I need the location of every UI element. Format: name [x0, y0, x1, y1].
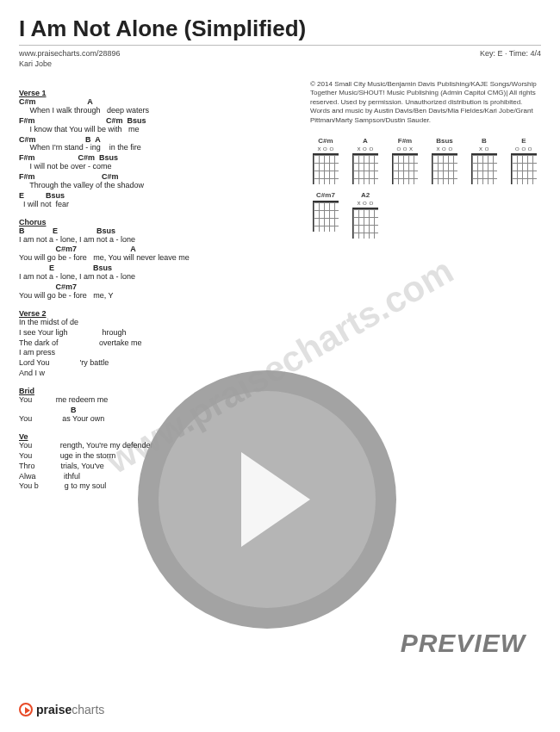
chord-name: B — [469, 137, 500, 145]
lyric-line: When I'm stand - ing in the fire — [19, 144, 295, 152]
lyric-line: I see Your ligh hrough — [19, 329, 295, 338]
key-time: Key: E · Time: 4/4 — [480, 49, 541, 58]
fret-grid — [352, 153, 378, 184]
fret-grid — [392, 153, 418, 184]
section-bridge: Brid — [19, 387, 295, 395]
chord-name: Bsus — [429, 137, 460, 145]
chord-fingering: O O O — [508, 146, 539, 152]
lyric-line: Lord You 'ry battle — [19, 359, 295, 368]
section-chorus: Chorus — [19, 218, 295, 226]
lyrics-column: Verse 1 C#m A When I walk through deep w… — [19, 80, 295, 493]
fret-grid — [511, 153, 537, 184]
chord-fingering: X O O — [310, 146, 341, 152]
lyric-line: I am not a - lone, I am not a - lone — [19, 236, 295, 245]
section-verse2: Verse 2 — [19, 309, 295, 318]
chord-diagram: C#m X O O — [310, 137, 341, 184]
lyric-line: You rength, You're my defender — [19, 442, 295, 450]
lyric-line: The dark of overtake me — [19, 339, 295, 348]
lyric-line: You will go be - fore me, You will never… — [19, 254, 295, 263]
lyric-line: In the midst of de — [19, 319, 295, 327]
lyric-line: You uge in the storm — [19, 452, 295, 461]
chord-diagram: E O O O — [508, 137, 539, 184]
right-column: © 2014 Small City Music/Benjamin Davis P… — [310, 80, 541, 493]
logo-bold: praise — [36, 703, 72, 716]
lyric-line: Alwa ithful — [19, 473, 295, 481]
fret-grid — [313, 153, 339, 184]
chord-name: F#m — [389, 137, 420, 145]
lyric-line: When I walk through deep waters — [19, 107, 295, 115]
lyric-line: Through the valley of the shadow — [19, 182, 295, 190]
chord-fingering: X O O — [350, 201, 381, 206]
chord-name: A — [350, 137, 381, 145]
lyric-line: I know that You will be with me — [19, 126, 295, 134]
copyright-text: © 2014 Small City Music/Benjamin Davis P… — [310, 80, 541, 125]
chord-fingering: X O O — [350, 146, 381, 152]
fret-grid — [432, 153, 457, 184]
lyric-line: I will not fear — [19, 201, 295, 209]
lyric-line: You me redeem me — [19, 396, 295, 405]
logo-text: praisecharts — [36, 703, 104, 716]
lyric-line: You will go be - fore me, Y — [19, 292, 295, 301]
chord-diagram: B X O — [469, 137, 500, 184]
preview-label: PREVIEW — [401, 629, 526, 658]
lyric-line: I am not a - lone, I am not a - lone — [19, 273, 295, 282]
chord-name: A2 — [350, 191, 381, 199]
section-verse1: Verse 1 — [19, 89, 295, 97]
chord-name: C#m7 — [310, 191, 341, 199]
lyric-line: I will not be over - come — [19, 163, 295, 171]
chord-name: C#m — [310, 137, 341, 145]
chord-diagram: F#m O O X — [389, 137, 420, 184]
lyric-line: And I w — [19, 369, 295, 378]
footer-logo: praisecharts — [19, 703, 104, 716]
chord-diagram: A X O O — [350, 137, 381, 184]
section-verse3: Ve — [19, 432, 295, 441]
source-url: www.praisecharts.com/28896 — [19, 49, 121, 58]
chord-name: E — [508, 137, 539, 145]
fret-grid — [352, 208, 378, 239]
lyric-line: You b g to my soul — [19, 482, 295, 491]
lyric-line: Thro trials, You've — [19, 462, 295, 471]
chord-fingering: O O X — [389, 146, 420, 152]
chord-fingering: X O O — [429, 146, 460, 152]
artist-name: Kari Jobe — [19, 59, 541, 68]
lyric-line: You as Your own — [19, 415, 295, 424]
page-title: I Am Not Alone (Simplified) — [19, 16, 541, 42]
chord-diagrams: C#m X O O A X O O F#m O O X Bsus X O O — [310, 137, 541, 239]
chord-diagram: A2 X O O — [350, 191, 381, 239]
logo-play-icon — [19, 703, 33, 716]
divider — [19, 45, 541, 46]
chord-diagram: Bsus X O O — [429, 137, 460, 184]
fret-grid — [313, 201, 339, 232]
chord-diagram: C#m7 — [310, 191, 341, 239]
chord-fingering: X O — [469, 146, 500, 152]
logo-light: charts — [72, 703, 104, 716]
fret-grid — [471, 153, 497, 184]
lyric-line: I am press — [19, 349, 295, 357]
